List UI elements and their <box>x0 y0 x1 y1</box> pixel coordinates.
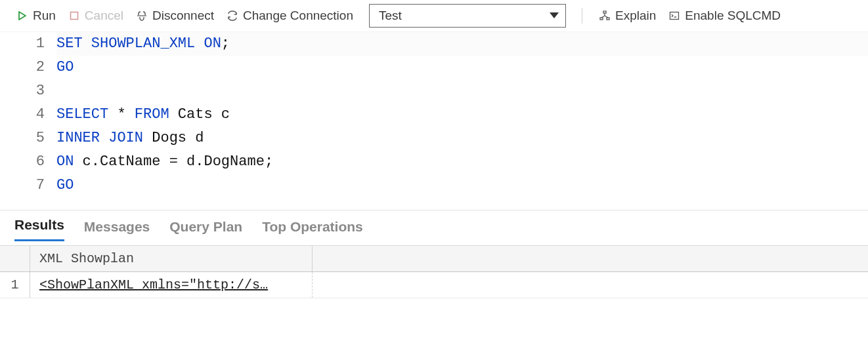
sql-editor[interactable]: 1234567 SET SHOWPLAN_XML ON;GO SELECT * … <box>0 31 868 210</box>
results-grid: XML Showplan 1<ShowPlanXML xmlns="http:/… <box>0 245 868 298</box>
explain-icon <box>598 9 611 22</box>
line-number: 2 <box>0 56 45 79</box>
line-number: 7 <box>0 174 45 197</box>
run-button[interactable]: Run <box>16 9 56 23</box>
enable-sqlcmd-button[interactable]: Enable SQLCMD <box>668 9 781 23</box>
svg-rect-5 <box>670 12 679 19</box>
tab-messages[interactable]: Messages <box>84 219 150 241</box>
grid-header-row: XML Showplan <box>0 245 868 272</box>
disconnect-button[interactable]: Disconnect <box>135 9 214 23</box>
svg-rect-2 <box>603 11 606 13</box>
cancel-button[interactable]: Cancel <box>68 9 123 23</box>
svg-rect-0 <box>70 12 77 19</box>
code-line[interactable]: INNER JOIN Dogs d <box>56 127 868 150</box>
grid-row: 1<ShowPlanXML xmlns="http://s… <box>0 272 868 298</box>
tab-results[interactable]: Results <box>14 217 64 241</box>
code-line[interactable]: SET SHOWPLAN_XML ON; <box>56 32 868 56</box>
database-select[interactable]: Test <box>369 4 566 28</box>
disconnect-icon <box>135 9 148 22</box>
play-icon <box>16 9 29 22</box>
tab-top-operations[interactable]: Top Operations <box>262 219 363 241</box>
grid-cell-xml-showplan[interactable]: <ShowPlanXML xmlns="http://s… <box>30 272 313 298</box>
tab-query-plan[interactable]: Query Plan <box>169 219 242 241</box>
line-number: 6 <box>0 150 45 174</box>
code-line[interactable]: ON c.CatName = d.DogName; <box>56 150 868 174</box>
query-toolbar: Run Cancel Disconnect Change Connection … <box>0 0 868 31</box>
code-line[interactable]: SELECT * FROM Cats c <box>56 103 868 127</box>
stop-icon <box>68 9 81 22</box>
editor-gutter: 1234567 <box>0 32 56 210</box>
svg-rect-3 <box>600 18 603 20</box>
change-connection-icon <box>226 9 239 22</box>
database-selected-value: Test <box>379 9 402 23</box>
results-tabs: ResultsMessagesQuery PlanTop Operations <box>0 210 868 241</box>
change-connection-label: Change Connection <box>243 9 353 23</box>
line-number: 1 <box>0 32 45 56</box>
editor-code[interactable]: SET SHOWPLAN_XML ON;GO SELECT * FROM Cat… <box>56 32 868 210</box>
results-panel: ResultsMessagesQuery PlanTop Operations … <box>0 210 868 298</box>
line-number: 3 <box>0 79 45 103</box>
run-label: Run <box>33 9 56 23</box>
sqlcmd-label: Enable SQLCMD <box>685 9 781 23</box>
grid-corner-cell <box>0 246 30 271</box>
line-number: 4 <box>0 103 45 127</box>
disconnect-label: Disconnect <box>152 9 214 23</box>
svg-rect-4 <box>607 18 609 20</box>
explain-label: Explain <box>615 9 656 23</box>
code-line[interactable] <box>56 79 868 103</box>
change-connection-button[interactable]: Change Connection <box>226 9 353 23</box>
explain-button[interactable]: Explain <box>598 9 656 23</box>
cancel-label: Cancel <box>85 9 123 23</box>
toolbar-separator <box>582 8 582 24</box>
line-number: 5 <box>0 127 45 150</box>
chevron-down-icon <box>550 12 559 18</box>
code-line[interactable]: GO <box>56 174 868 197</box>
code-line[interactable]: GO <box>56 56 868 79</box>
grid-column-header[interactable]: XML Showplan <box>30 246 313 271</box>
sqlcmd-icon <box>668 9 681 22</box>
grid-row-number[interactable]: 1 <box>0 272 30 298</box>
